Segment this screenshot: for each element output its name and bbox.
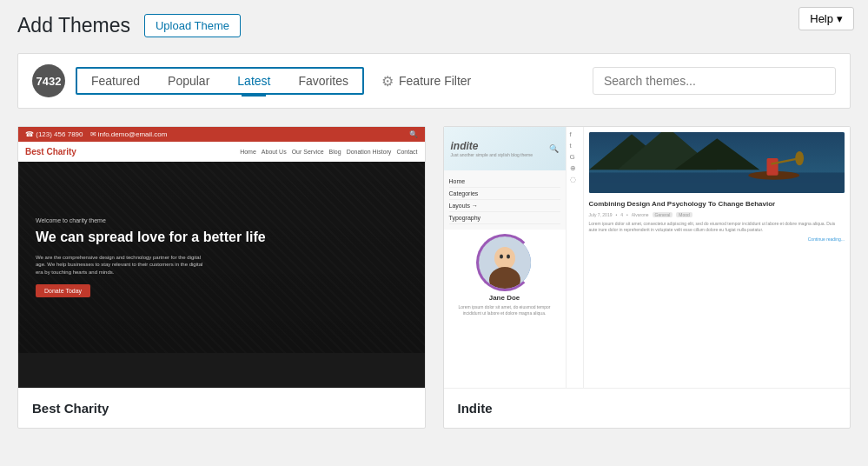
avatar-ring — [476, 234, 533, 291]
post-comments: 4 — [620, 212, 623, 217]
bc-search-icon: 🔍 — [409, 130, 418, 138]
indite-social-strip: f t G ⊕ ◌ — [566, 127, 583, 388]
pinterest-icon: ◌ — [570, 176, 580, 183]
theme-card-indite: indite Just another simple and stylish b… — [443, 126, 851, 429]
theme-name-indite: Indite — [458, 401, 837, 416]
indite-profile-bio: Lorem ipsum dolor sit amet, do eiusmod t… — [451, 304, 559, 316]
indite-sidebar-nav: Home Categories Layouts → Typography — [444, 170, 566, 230]
svg-rect-9 — [589, 172, 845, 193]
bc-logo: Best Charity — [25, 147, 76, 156]
bc-hero-title: We can spread love for a better life — [36, 229, 407, 247]
indite-left-panel: indite Just another simple and stylish b… — [444, 127, 566, 388]
post-tag-general: General — [653, 212, 673, 217]
tab-favorites[interactable]: Favorites — [284, 69, 362, 93]
page-title: Add Themes — [17, 14, 130, 37]
bc-hero-text: We are the comprehensive design and tech… — [36, 254, 209, 276]
search-input[interactable] — [593, 67, 836, 95]
tab-popular[interactable]: Popular — [154, 69, 223, 93]
tab-latest[interactable]: Latest — [223, 69, 284, 93]
upload-theme-button[interactable]: Upload Theme — [144, 14, 241, 37]
filter-tabs: Featured Popular Latest Favorites — [76, 67, 364, 95]
indite-read-more: Continue reading... — [589, 236, 845, 242]
twitter-icon: t — [570, 142, 580, 150]
indite-tagline: Just another simple and stylish blog the… — [451, 152, 533, 157]
indite-post-text: Lorem ipsum dolor sit amet, consectetur … — [589, 221, 845, 233]
help-button[interactable]: Help ▾ — [798, 7, 854, 30]
theme-footer-best-charity: Best Charity — [18, 388, 425, 428]
page-header: Add Themes Upload Theme — [17, 14, 851, 37]
theme-footer-indite: Indite — [444, 388, 851, 428]
theme-preview-best-charity: ☎ (123) 456 7890 ✉ info.demo@email.com 🔍… — [18, 127, 425, 388]
indite-logo: indite — [451, 140, 533, 152]
instagram-icon: ⊕ — [570, 164, 580, 172]
indite-post-meta: July 7, 2019 • 4 • Alvarone General Mood — [589, 212, 845, 217]
indite-post-title: Combining Design And Psychology To Chang… — [589, 200, 845, 209]
bc-donate-btn: Donate Today — [36, 284, 90, 297]
chevron-down-icon: ▾ — [837, 12, 843, 25]
indite-header: indite Just another simple and stylish b… — [444, 127, 566, 170]
indite-right-panel: Combining Design And Psychology To Chang… — [583, 127, 851, 388]
indite-post-image — [589, 132, 845, 193]
filter-bar: 7432 Featured Popular Latest Favorites ⚙… — [17, 53, 851, 109]
google-icon: G — [570, 153, 580, 161]
help-label: Help — [810, 12, 833, 25]
theme-count-badge: 7432 — [32, 64, 65, 97]
theme-preview-indite: indite Just another simple and stylish b… — [444, 127, 851, 388]
indite-profile: Jane Doe Lorem ipsum dolor sit amet, do … — [444, 230, 566, 323]
indite-search-icon: 🔍 — [549, 144, 559, 153]
bc-hero-small: Welcome to charity theme — [36, 217, 407, 223]
post-date: July 7, 2019 — [589, 212, 613, 217]
indite-avatar-container — [479, 236, 531, 289]
themes-grid: ☎ (123) 456 7890 ✉ info.demo@email.com 🔍… — [17, 126, 851, 429]
bc-topbar-left: ☎ (123) 456 7890 ✉ info.demo@email.com — [25, 130, 167, 138]
svg-rect-11 — [766, 158, 778, 176]
facebook-icon: f — [570, 130, 580, 138]
bc-topbar: ☎ (123) 456 7890 ✉ info.demo@email.com 🔍 — [18, 127, 425, 142]
indite-profile-name: Jane Doe — [451, 294, 559, 302]
bc-nav: Best Charity Home About Us Our Service B… — [18, 142, 425, 162]
feature-filter-button[interactable]: ⚙ Feature Filter — [381, 73, 471, 90]
theme-card-best-charity: ☎ (123) 456 7890 ✉ info.demo@email.com 🔍… — [17, 126, 426, 429]
bc-menu: Home About Us Our Service Blog Donation … — [240, 149, 417, 155]
svg-point-13 — [795, 151, 804, 165]
bc-hero: Welcome to charity theme We can spread l… — [18, 162, 425, 353]
theme-name-best-charity: Best Charity — [32, 401, 411, 416]
tab-featured[interactable]: Featured — [77, 69, 154, 93]
gear-icon: ⚙ — [381, 73, 394, 90]
post-author: Alvarone — [632, 212, 649, 217]
feature-filter-label: Feature Filter — [399, 74, 471, 88]
post-tag-mood: Mood — [676, 212, 692, 217]
